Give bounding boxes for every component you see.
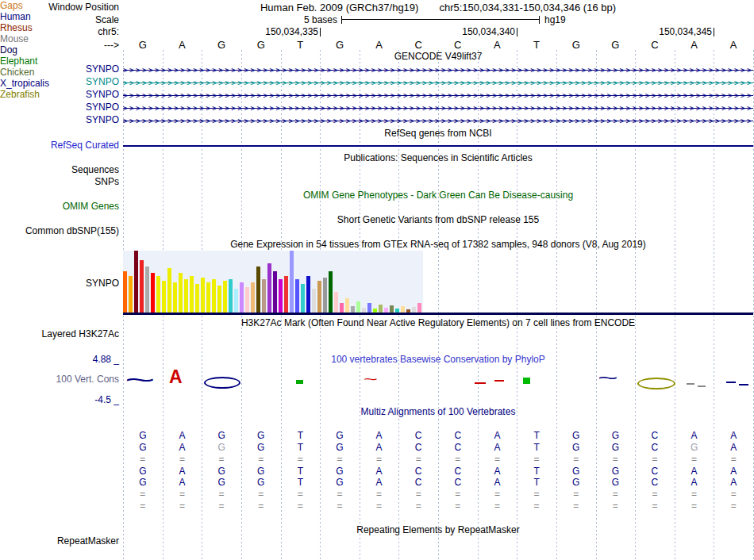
- gtex-tissue-bar: [317, 281, 321, 313]
- alignment-gap: =: [675, 489, 714, 501]
- alignment-gap: =: [320, 489, 360, 501]
- scale-label: Scale: [0, 14, 119, 25]
- base-letter: A: [675, 39, 714, 51]
- base-letter: G: [241, 39, 281, 51]
- gene-arrow-line[interactable]: >>>>>>>>>>>>>>>>>>>>>>>>>>>>>>>>>>>>>>>>…: [123, 76, 753, 89]
- alignment-base: G: [123, 430, 163, 442]
- alignment-base: G: [556, 477, 596, 489]
- gene-label[interactable]: SYNPO: [0, 114, 119, 125]
- gtex-bar-chart[interactable]: [123, 251, 423, 313]
- repeatmasker-label[interactable]: RepeatMasker: [0, 535, 119, 547]
- refseq-gene-bar[interactable]: [123, 145, 753, 147]
- gtex-tissue-bar: [417, 303, 421, 313]
- alignment-base: A: [360, 466, 399, 478]
- gtex-tissue-bar: [290, 251, 294, 313]
- gene-arrow-line[interactable]: >>>>>>>>>>>>>>>>>>>>>>>>>>>>>>>>>>>>>>>>…: [123, 63, 753, 76]
- alignment-base: G: [202, 442, 241, 454]
- gtex-gene-label[interactable]: SYNPO: [0, 278, 119, 289]
- omim-genes-label[interactable]: OMIM Genes: [0, 201, 119, 212]
- alignment-base: A: [478, 466, 517, 478]
- alignment-gap: =: [123, 454, 163, 466]
- alignment-base: G: [596, 442, 636, 454]
- gtex-tissue-bar: [284, 276, 288, 313]
- base-letter: C: [398, 39, 438, 51]
- scale-assembly: hg19: [544, 14, 566, 25]
- alignment-base: C: [635, 430, 675, 442]
- alignment-gap: =: [478, 489, 517, 501]
- alignment-base: G: [675, 442, 714, 454]
- alignment-gap: =: [281, 489, 321, 501]
- gtex-tissue-bar: [401, 306, 405, 313]
- cons-green-dash: [296, 380, 303, 384]
- gencode-title: GENCODE V49lift37: [123, 51, 753, 62]
- alignment-base: C: [635, 477, 675, 489]
- gene-arrow-line[interactable]: >>>>>>>>>>>>>>>>>>>>>>>>>>>>>>>>>>>>>>>>…: [123, 114, 753, 127]
- alignment-base: G: [320, 430, 360, 442]
- base-letter: G: [320, 39, 360, 51]
- gene-arrow-line[interactable]: >>>>>>>>>>>>>>>>>>>>>>>>>>>>>>>>>>>>>>>>…: [123, 102, 753, 114]
- scale-value: 5 bases: [254, 14, 337, 25]
- gtex-tissue-bar: [217, 286, 221, 313]
- alignment-row: [123, 418, 753, 430]
- strand-arrows: >>>>>>>>>>>>>>>>>>>>>>>>>>>>>>>>>>>>>>>>…: [123, 63, 753, 76]
- alignment-gap: =: [438, 454, 478, 466]
- alignment-gap: =: [478, 454, 517, 466]
- alignment-base: T: [281, 442, 321, 454]
- gtex-tissue-bar: [195, 284, 199, 313]
- alignment-base: A: [675, 477, 714, 489]
- gtex-tissue-bar: [184, 279, 188, 313]
- cons-red-dash: [475, 382, 486, 384]
- alignment-gap: =: [320, 501, 360, 512]
- gtex-tissue-bar: [351, 306, 355, 313]
- alignment-gap: =: [675, 454, 714, 466]
- snps-label[interactable]: SNPs: [0, 176, 119, 187]
- alignment-base: C: [438, 442, 478, 454]
- common-dbsnp-label[interactable]: Common dbSNP(155): [0, 225, 119, 236]
- base-letter: A: [163, 39, 202, 51]
- gtex-tissue-bar: [173, 282, 177, 313]
- alignment-gap: =: [163, 489, 202, 501]
- alignment-base: T: [517, 430, 556, 442]
- alignment-base: A: [163, 442, 202, 454]
- cons-tilde-navy: ~: [125, 368, 156, 392]
- alignment-base: G: [241, 477, 281, 489]
- gtex-tissue-bar: [245, 287, 249, 313]
- alignment-base: G: [596, 477, 636, 489]
- gtex-tissue-bar: [367, 303, 371, 313]
- ruler-tick-label: 150,034,345: [610, 26, 712, 37]
- gtex-tissue-bar: [167, 268, 171, 313]
- alignment-gap: =: [596, 489, 636, 501]
- alignment-gap: =: [635, 454, 675, 466]
- gtex-tissue-bar: [223, 281, 227, 313]
- vert-cons-label[interactable]: 100 Vert. Cons: [0, 374, 119, 385]
- alignment-gap: =: [556, 454, 596, 466]
- alignment-gap: =: [517, 454, 556, 466]
- alignment-base: A: [360, 430, 399, 442]
- gtex-tissue-bar: [312, 289, 316, 313]
- gtex-tissue-bar: [123, 271, 127, 313]
- cons-tilde-navy: ~: [598, 370, 618, 387]
- alignment-gap: =: [241, 454, 281, 466]
- gene-label[interactable]: SYNPO: [0, 89, 119, 100]
- alignment-base: A: [163, 477, 202, 489]
- alignment-base: G: [123, 442, 163, 454]
- layered-h3k27ac-label[interactable]: Layered H3K27Ac: [0, 328, 119, 339]
- conservation-track[interactable]: ~A~~: [123, 363, 753, 400]
- alignment-gap: =: [360, 501, 399, 512]
- alignment-base: C: [438, 430, 478, 442]
- gene-label[interactable]: SYNPO: [0, 102, 119, 113]
- alignment-base: A: [163, 466, 202, 478]
- alignment-base: A: [478, 442, 517, 454]
- gtex-tissue-bar: [295, 279, 299, 313]
- alignment-gap: =: [596, 454, 636, 466]
- gtex-tissue-bar: [306, 276, 310, 313]
- gtex-tissue-bar: [129, 276, 133, 313]
- alignment-base: G: [320, 466, 360, 478]
- gene-label[interactable]: SYNPO: [0, 63, 119, 75]
- refseq-curated-label[interactable]: RefSeq Curated: [0, 140, 119, 151]
- alignment-base: G: [596, 466, 636, 478]
- gene-label[interactable]: SYNPO: [0, 76, 119, 87]
- sequences-label[interactable]: Sequences: [0, 164, 119, 175]
- gene-arrow-line[interactable]: >>>>>>>>>>>>>>>>>>>>>>>>>>>>>>>>>>>>>>>>…: [123, 89, 753, 102]
- alignment-gap: =: [241, 501, 281, 512]
